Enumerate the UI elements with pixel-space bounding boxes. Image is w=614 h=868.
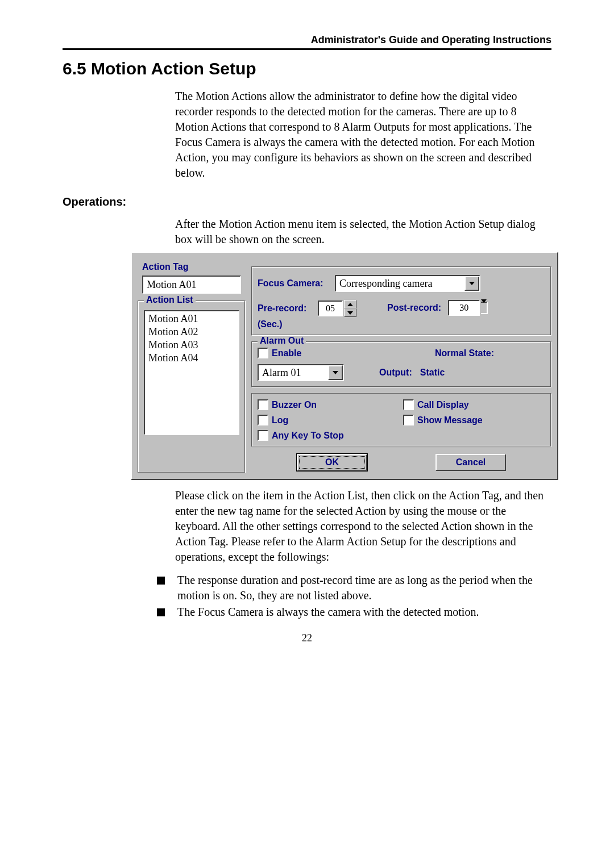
post-record-label: Post-record:	[387, 303, 441, 313]
action-tag-section: Action Tag Motion A01	[138, 258, 246, 294]
chevron-down-icon[interactable]	[481, 303, 487, 313]
pre-record-input[interactable]: 05	[318, 301, 343, 316]
output-label: Output:	[379, 368, 412, 378]
output-value: Static	[420, 368, 445, 378]
section-title: 6.5 Motion Action Setup	[63, 59, 551, 78]
ok-button[interactable]: OK	[297, 454, 367, 471]
log-label: Log	[272, 415, 288, 425]
pre-record-unit: (Sec.)	[258, 319, 356, 329]
log-checkbox[interactable]: Log	[258, 415, 399, 425]
after-dialog-paragraph: Please click on the item in the Action L…	[175, 488, 551, 565]
pre-record-stepper[interactable]	[344, 300, 356, 317]
list-item[interactable]: Motion A04	[146, 352, 237, 365]
buzzer-label: Buzzer On	[272, 400, 317, 410]
bullet-text: The Focus Camera is always the camera wi…	[177, 604, 479, 620]
enable-label: Enable	[272, 348, 301, 358]
action-list-label: Action List	[144, 295, 196, 305]
page-number: 22	[63, 632, 551, 644]
call-display-checkbox[interactable]: Call Display	[403, 399, 469, 410]
any-key-label: Any Key To Stop	[272, 431, 344, 441]
show-message-label: Show Message	[417, 415, 483, 425]
focus-camera-dropdown[interactable]: Corresponding camera	[335, 275, 480, 292]
cancel-button[interactable]: Cancel	[435, 454, 506, 471]
enable-checkbox[interactable]: Enable	[258, 348, 301, 358]
action-tag-label: Action Tag	[142, 262, 241, 272]
chevron-down-icon[interactable]	[464, 276, 479, 291]
action-tag-input[interactable]: Motion A01	[142, 276, 241, 294]
call-display-label: Call Display	[417, 400, 469, 410]
focus-camera-value: Corresponding camera	[335, 275, 464, 292]
header-title: Administrator's Guide and Operating Inst…	[63, 34, 551, 46]
buzzer-checkbox[interactable]: Buzzer On	[258, 399, 399, 410]
alarm-out-label: Alarm Out	[258, 336, 306, 346]
post-record-input[interactable]: 30	[448, 300, 480, 316]
list-item[interactable]: Motion A03	[146, 339, 237, 352]
step-up-icon[interactable]	[344, 300, 356, 308]
operations-paragraph: After the Motion Action menu item is sel…	[175, 216, 551, 247]
alarm-output-value: Alarm 01	[258, 364, 328, 381]
header-rule	[63, 48, 551, 50]
list-item[interactable]: Motion A01	[146, 312, 237, 326]
intro-paragraph: The Motion Actions allow the administrat…	[175, 89, 551, 181]
normal-state-label: Normal State:	[435, 348, 494, 358]
chevron-down-icon[interactable]	[328, 365, 343, 380]
motion-action-dialog: Action Tag Motion A01 Action List Motion…	[131, 252, 558, 480]
any-key-checkbox[interactable]: Any Key To Stop	[258, 430, 344, 441]
pre-record-label: Pre-record:	[258, 303, 318, 314]
operations-heading: Operations:	[63, 195, 551, 208]
step-down-icon[interactable]	[344, 308, 356, 317]
focus-camera-label: Focus Camera:	[258, 278, 335, 289]
action-list[interactable]: Motion A01 Motion A02 Motion A03 Motion …	[144, 310, 239, 435]
bullet-text: The response duration and post-record ti…	[177, 573, 551, 603]
alarm-output-dropdown[interactable]: Alarm 01	[258, 364, 344, 381]
square-bullet-icon	[157, 577, 165, 585]
list-item: The response duration and post-record ti…	[157, 573, 551, 603]
list-item[interactable]: Motion A02	[146, 326, 237, 339]
show-message-checkbox[interactable]: Show Message	[403, 415, 483, 425]
list-item: The Focus Camera is always the camera wi…	[157, 604, 551, 620]
square-bullet-icon	[157, 608, 165, 616]
